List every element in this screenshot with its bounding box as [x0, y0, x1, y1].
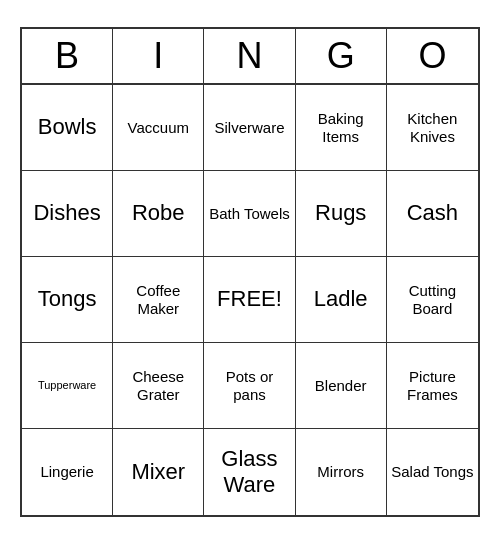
bingo-cell-17: Pots or pans	[204, 343, 295, 429]
header-letter-o: O	[387, 29, 478, 83]
bingo-grid: BowlsVaccuumSilverwareBaking ItemsKitche…	[22, 85, 478, 515]
bingo-cell-19: Picture Frames	[387, 343, 478, 429]
bingo-cell-6: Robe	[113, 171, 204, 257]
bingo-cell-5: Dishes	[22, 171, 113, 257]
bingo-cell-12: FREE!	[204, 257, 295, 343]
bingo-cell-9: Cash	[387, 171, 478, 257]
bingo-cell-13: Ladle	[296, 257, 387, 343]
header-letter-i: I	[113, 29, 204, 83]
bingo-cell-16: Cheese Grater	[113, 343, 204, 429]
header-letter-b: B	[22, 29, 113, 83]
header-letter-g: G	[296, 29, 387, 83]
bingo-card: BINGO BowlsVaccuumSilverwareBaking Items…	[20, 27, 480, 517]
bingo-cell-4: Kitchen Knives	[387, 85, 478, 171]
bingo-cell-24: Salad Tongs	[387, 429, 478, 515]
bingo-cell-3: Baking Items	[296, 85, 387, 171]
bingo-cell-14: Cutting Board	[387, 257, 478, 343]
bingo-cell-22: Glass Ware	[204, 429, 295, 515]
bingo-cell-2: Silverware	[204, 85, 295, 171]
bingo-cell-0: Bowls	[22, 85, 113, 171]
bingo-cell-18: Blender	[296, 343, 387, 429]
bingo-cell-11: Coffee Maker	[113, 257, 204, 343]
bingo-cell-23: Mirrors	[296, 429, 387, 515]
bingo-cell-20: Lingerie	[22, 429, 113, 515]
bingo-cell-21: Mixer	[113, 429, 204, 515]
header-letter-n: N	[204, 29, 295, 83]
bingo-header: BINGO	[22, 29, 478, 85]
bingo-cell-7: Bath Towels	[204, 171, 295, 257]
bingo-cell-15: Tupperware	[22, 343, 113, 429]
bingo-cell-10: Tongs	[22, 257, 113, 343]
bingo-cell-8: Rugs	[296, 171, 387, 257]
bingo-cell-1: Vaccuum	[113, 85, 204, 171]
